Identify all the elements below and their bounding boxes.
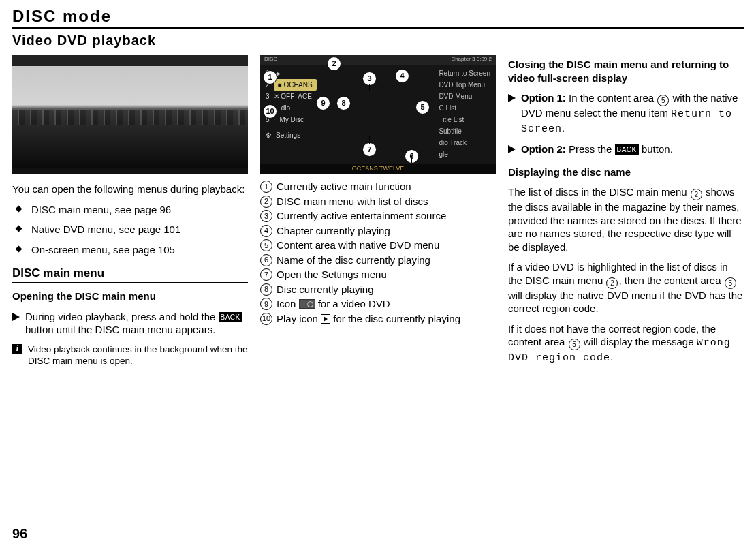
chapter-title: DISC mode — [12, 7, 744, 26]
heading-opening-disc-main-menu: Opening the DISC main menu — [12, 290, 248, 303]
legend-item: Currently active main function — [260, 180, 496, 194]
legend-item: Currently active entertainment source — [260, 209, 496, 223]
ref-2-icon: 2 — [691, 189, 702, 200]
body-text: Press the — [566, 143, 615, 155]
ref-5-icon: 5 — [569, 339, 580, 350]
step-body: During video playback, press and hold th… — [25, 310, 248, 337]
heading-displaying-disc-name: Displaying the disc name — [508, 166, 744, 179]
bullet-item: On-screen menu, see page 105 — [12, 243, 248, 257]
callout-10: 10 — [263, 104, 277, 119]
play-icon — [321, 314, 330, 324]
ref-5-icon: 5 — [725, 277, 736, 289]
info-icon: i — [12, 344, 22, 354]
bullet-item: DISC main menu, see page 96 — [12, 203, 248, 217]
body-text: button. — [639, 143, 673, 155]
step-option-1: Option 1: In the content area 5 with the… — [508, 91, 744, 136]
legend-item: Disc currently playing — [260, 283, 496, 296]
right-menu: Return to Screen DVD Top Menu DVD Menu C… — [439, 67, 490, 160]
ref-5-icon: 5 — [657, 95, 669, 106]
step-text: During video playback, press and hold th… — [25, 311, 219, 322]
body-text: In the content area — [566, 92, 657, 104]
callout-legend: Currently active main function DISC main… — [260, 180, 496, 325]
step-marker-icon — [12, 313, 20, 321]
para-3: If it does not have the correct region c… — [508, 322, 744, 365]
back-button-icon: BACK — [219, 312, 242, 322]
callout-1: 1 — [263, 70, 277, 84]
option-label: Option 1: — [521, 92, 566, 104]
legend-item: Icon for a video DVD — [260, 297, 496, 311]
callout-9: 9 — [316, 96, 330, 110]
intro-text: You can open the following menus during … — [12, 183, 248, 196]
para-2: If a video DVD is highlighted in the lis… — [508, 260, 744, 316]
heading-disc-main-menu: DISC main menu — [12, 266, 248, 281]
legend-item: DISC main menu with list of discs — [260, 195, 496, 209]
step-open-menu: During video playback, press and hold th… — [12, 310, 248, 337]
legend-item: Content area with native DVD menu — [260, 238, 496, 252]
legend-item: Name of the disc currently playing — [260, 253, 496, 267]
menu-bullets: DISC main menu, see page 96 Native DVD m… — [12, 203, 248, 257]
dvd-icon — [299, 299, 315, 309]
heading-closing-disc-main-menu: Closing the DISC main menu and returning… — [508, 58, 744, 84]
callout-4: 4 — [395, 69, 409, 83]
callout-7: 7 — [362, 142, 377, 157]
legend-item: Play icon for the disc currently playing — [260, 312, 496, 326]
page-number: 96 — [12, 526, 27, 542]
legend-item: Open the Settings menu — [260, 268, 496, 281]
callout-5: 5 — [415, 100, 430, 114]
column-1: You can open the following menus during … — [12, 55, 248, 372]
info-note: i Video playback continues in the backgr… — [12, 343, 248, 367]
step-marker-icon — [508, 94, 516, 102]
topbar-right: Chapter 3 0:09:2 — [451, 56, 492, 64]
option-label: Option 2: — [521, 143, 566, 155]
callout-8: 8 — [336, 96, 351, 110]
legend-item: Chapter currently playing — [260, 224, 496, 238]
column-3: Closing the DISC main menu and returning… — [508, 55, 744, 372]
back-button-icon: BACK — [615, 144, 639, 155]
para-1: The list of discs in the DISC main menu … — [508, 185, 744, 253]
column-2: DISC Chapter 3 0:09:2 1▸▸ 2■ OCEANS 3✕ O… — [260, 55, 496, 372]
topbar-left: DISC — [264, 56, 277, 64]
note-text: Video playback continues in the backgrou… — [28, 343, 248, 367]
divider — [12, 282, 248, 283]
playback-screenshot — [12, 55, 248, 174]
step-option-2: Option 2: Press the BACK button. — [508, 142, 744, 156]
step-marker-icon — [508, 145, 516, 153]
footer-bar: OCEANS TWELVE — [260, 164, 496, 174]
ref-2-icon: 2 — [606, 277, 618, 289]
bullet-item: Native DVD menu, see page 101 — [12, 223, 248, 236]
section-title: Video DVD playback — [12, 33, 744, 48]
body-text: . — [562, 122, 565, 134]
divider — [12, 27, 744, 29]
step-text: button until the DISC main menu appears. — [25, 324, 215, 335]
annotated-screenshot: DISC Chapter 3 0:09:2 1▸▸ 2■ OCEANS 3✕ O… — [260, 55, 496, 174]
